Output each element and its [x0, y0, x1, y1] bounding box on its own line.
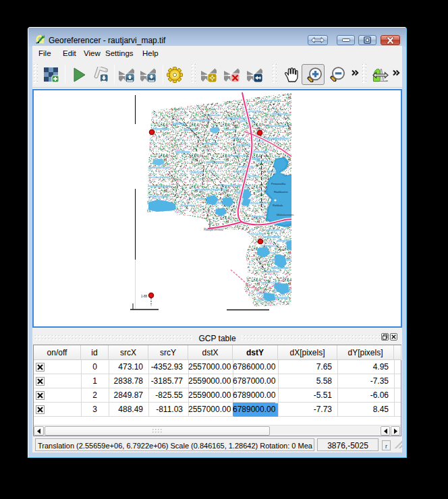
- svg-text:Riekkala: Riekkala: [273, 204, 283, 207]
- svg-text:Haukkavesi: Haukkavesi: [274, 190, 288, 194]
- svg-text:1-88: 1-88: [141, 295, 148, 298]
- svg-text:Mikkolanniemi: Mikkolanniemi: [277, 213, 293, 216]
- svg-text:Petranselka: Petranselka: [271, 182, 286, 185]
- svg-text:Rautjarvensuo: Rautjarvensuo: [204, 228, 224, 231]
